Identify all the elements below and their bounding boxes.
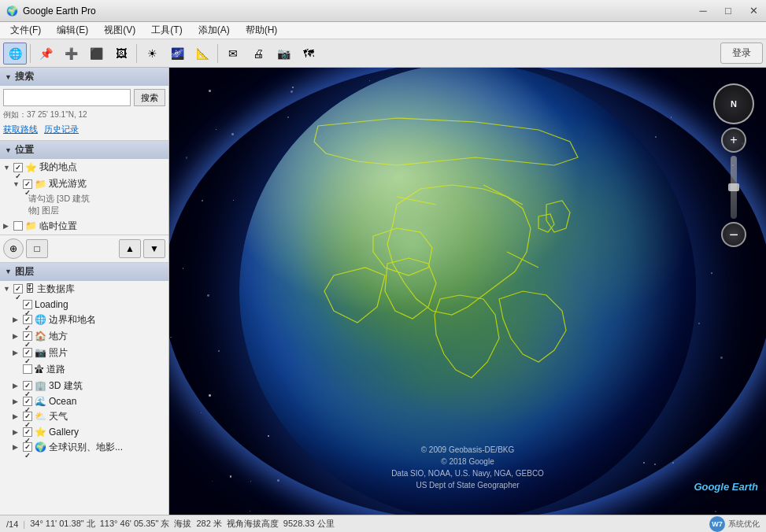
toolbar-sun-button[interactable]: ☀ <box>140 42 164 65</box>
db-checkbox[interactable]: ✓ <box>13 284 23 294</box>
sightseeing-item[interactable]: ▼ ✓ 📁 观光游览 <box>9 175 168 192</box>
map-area[interactable]: // Generate stars const starsEl = docume… <box>169 68 766 515</box>
toolbar-separator-1 <box>30 44 31 63</box>
search-section: ▼ 搜索 搜索 例如：37 25' 19.1"N, 12 获取路线 历史记录 <box>0 68 168 141</box>
add-places-button[interactable]: ⊕ <box>3 238 24 259</box>
layer-global[interactable]: ▶ ✓ 🌍 全球识别、地影... <box>9 439 168 456</box>
my-places-checkbox[interactable]: ✓ <box>13 163 23 172</box>
toolbar-polygon-button[interactable]: ⬛ <box>84 42 108 65</box>
gallery-expand-icon: ▶ <box>13 428 20 436</box>
titlebar-controls[interactable]: ─ □ ✕ <box>690 0 766 22</box>
roads-cb[interactable] <box>23 364 32 374</box>
toolbar-ruler-button[interactable]: 📐 <box>191 42 214 65</box>
weather-cb[interactable]: ✓ <box>23 412 32 421</box>
toolbar-separator-2 <box>136 44 137 63</box>
my-places-item[interactable]: ▼ ✓ ⭐ 我的地点 <box>0 159 168 175</box>
layer-borders[interactable]: ▶ ✓ 🌐 边界和地名 <box>9 312 168 328</box>
globe[interactable] <box>239 68 696 515</box>
layer-roads[interactable]: 🛣 道路 <box>9 361 168 378</box>
titlebar-left: 🌍 Google Earth Pro <box>0 6 96 17</box>
menu-file[interactable]: 文件(F) <box>3 21 48 39</box>
search-row: 搜索 <box>0 86 168 108</box>
menu-tools[interactable]: 工具(T) <box>144 21 189 39</box>
compass-ring[interactable]: N <box>713 83 754 124</box>
global-cb[interactable]: ✓ <box>23 442 32 452</box>
menu-help[interactable]: 帮助(H) <box>239 21 285 39</box>
zoom-handle[interactable] <box>728 183 739 191</box>
sightseeing-checkbox[interactable]: ✓ <box>23 179 32 189</box>
places-expand-icon: ▶ <box>13 332 20 340</box>
zoom-out-button[interactable]: − <box>721 222 746 247</box>
status-zoom: /14 <box>6 519 18 529</box>
db-icon: 🗄 <box>25 283 35 294</box>
layer-places[interactable]: ▶ ✓ 🏠 地方 <box>9 328 168 345</box>
search-header[interactable]: ▼ 搜索 <box>0 68 168 86</box>
status-elevation: 282 米 <box>196 518 221 530</box>
toolbar-view-button[interactable]: 🗺 <box>297 42 320 65</box>
win7-logo: W7 <box>709 516 725 532</box>
menu-add[interactable]: 添加(A) <box>191 21 237 39</box>
places-triangle-icon: ▼ <box>5 146 12 154</box>
loading-checkbox[interactable]: ✓ <box>23 300 32 309</box>
places-view-button[interactable]: □ <box>26 239 48 258</box>
nav-down-button[interactable]: ▼ <box>143 239 165 258</box>
my-places-label: 我的地点 <box>39 161 77 174</box>
toolbar-sky-button[interactable]: 🌌 <box>165 42 189 65</box>
login-button[interactable]: 登录 <box>720 42 763 64</box>
toolbar-email-button[interactable]: ✉ <box>221 42 245 65</box>
menubar: 文件(F) 编辑(E) 视图(V) 工具(T) 添加(A) 帮助(H) <box>0 22 766 39</box>
layer-gallery[interactable]: ▶ ✓ ⭐ Gallery <box>9 425 168 439</box>
temp-places-checkbox[interactable] <box>13 221 23 231</box>
toolbar-print-button[interactable]: 🖨 <box>246 42 270 65</box>
menu-view[interactable]: 视图(V) <box>97 21 142 39</box>
menu-edit[interactable]: 编辑(E) <box>50 21 95 39</box>
layer-loading[interactable]: ✓ Loading <box>9 297 168 312</box>
weather-expand-icon: ▶ <box>13 412 20 420</box>
layer-main-database[interactable]: ▼ ✓ 🗄 主数据库 <box>0 281 168 297</box>
toolbar-overlay-button[interactable]: 🖼 <box>109 42 133 65</box>
close-button[interactable]: ✕ <box>741 0 766 22</box>
globe-container[interactable] <box>169 68 766 515</box>
gallery-icon: ⭐ <box>35 427 46 438</box>
ocean-label: Ocean <box>49 396 76 407</box>
maximize-button[interactable]: □ <box>716 0 741 22</box>
db-expand-icon: ▼ <box>3 285 11 293</box>
temp-places-item[interactable]: ▶ 📁 临时位置 <box>0 218 168 235</box>
ocean-cb[interactable]: ✓ <box>23 397 32 406</box>
svg-line-3 <box>507 252 538 268</box>
places-cb[interactable]: ✓ <box>23 331 32 341</box>
status-view-label: 视角海拔高度 <box>227 518 279 530</box>
layer-3d-buildings[interactable]: ▶ ✓ 🏢 3D 建筑 <box>9 378 168 394</box>
loading-label: Loading <box>35 299 68 310</box>
nav-up-button[interactable]: ▲ <box>119 239 141 258</box>
search-input[interactable] <box>3 89 131 106</box>
toolbar-save-image-button[interactable]: 📷 <box>272 42 295 65</box>
layer-weather[interactable]: ▶ ✓ ⛅ 天气 <box>9 408 168 425</box>
layer-ocean[interactable]: ▶ ✓ 🌊 Ocean <box>9 394 168 408</box>
borders-checkbox[interactable]: ✓ <box>23 315 32 324</box>
zoom-slider[interactable] <box>731 156 737 219</box>
places-header[interactable]: ▼ 位置 <box>0 141 168 159</box>
minimize-button[interactable]: ─ <box>690 0 716 22</box>
toolbar-placemark-button[interactable]: 📌 <box>34 42 57 65</box>
gallery-cb[interactable]: ✓ <box>23 427 32 437</box>
toolbar-globe-button[interactable]: 🌐 <box>3 42 27 65</box>
search-button[interactable]: 搜索 <box>134 89 165 106</box>
get-directions-link[interactable]: 获取路线 <box>3 124 38 135</box>
history-link[interactable]: 历史记录 <box>44 124 79 135</box>
temp-places-folder-icon: 📁 <box>25 220 37 231</box>
roads-icon: 🛣 <box>35 364 44 375</box>
layer-photos[interactable]: ▶ ✓ 📷 照片 <box>9 345 168 361</box>
layers-header[interactable]: ▼ 图层 <box>0 263 168 281</box>
buildings-icon: 🏢 <box>35 380 46 391</box>
temp-arrow-icon: ▶ <box>3 222 11 230</box>
global-expand-icon: ▶ <box>13 443 20 451</box>
zoom-in-button[interactable]: + <box>721 127 746 153</box>
sys-label: 系统优化 <box>728 519 760 530</box>
search-hint: 例如：37 25' 19.1"N, 12 <box>0 108 168 122</box>
buildings-cb[interactable]: ✓ <box>23 381 32 390</box>
status-elevation-label: 海拔 <box>174 518 191 530</box>
toolbar-path-button[interactable]: ➕ <box>59 42 83 65</box>
photos-cb[interactable]: ✓ <box>23 348 32 357</box>
statusbar-logos: W7 系统优化 <box>709 516 760 532</box>
